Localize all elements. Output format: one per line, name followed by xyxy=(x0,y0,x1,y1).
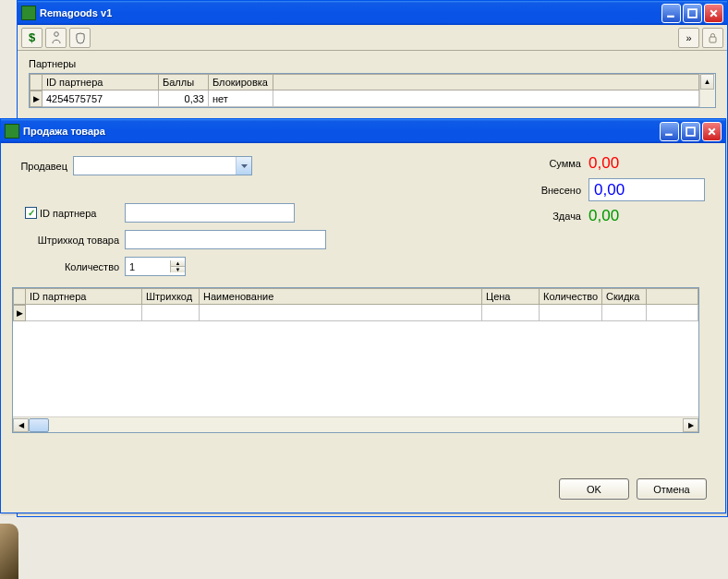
dollar-icon: $ xyxy=(29,30,35,44)
toolbar-more-button[interactable]: » xyxy=(678,28,699,48)
person-icon xyxy=(51,31,62,44)
qty-value: 1 xyxy=(126,261,170,272)
barcode-input[interactable] xyxy=(125,230,326,249)
sum-label: Сумма xyxy=(549,158,581,169)
paid-input[interactable] xyxy=(588,178,705,201)
svg-rect-4 xyxy=(665,133,673,135)
cell-points: 0,33 xyxy=(159,90,209,107)
lock-icon xyxy=(708,32,718,43)
chevron-down-icon[interactable] xyxy=(236,157,251,175)
svg-point-2 xyxy=(54,31,58,36)
background-decor xyxy=(0,524,18,579)
toolbar-dollar-button[interactable]: $ xyxy=(21,28,42,48)
summary-panel: Сумма 0,00 Внесено Здача 0,00 xyxy=(541,154,705,231)
dialog-maximize-button[interactable] xyxy=(681,122,700,141)
seller-combo[interactable] xyxy=(73,156,252,175)
chevron-right-icon: » xyxy=(686,32,691,43)
cell-spacer xyxy=(273,90,699,107)
barcode-label: Штрихкод товара xyxy=(12,235,119,246)
col-items-name[interactable]: Наименование xyxy=(200,288,482,305)
items-grid[interactable]: ID партнера Штрихкод Наименование Цена К… xyxy=(12,287,699,433)
cell-id: 4254575757 xyxy=(42,90,159,107)
dialog-body: Сумма 0,00 Внесено Здача 0,00 Продавец ✓ xyxy=(1,143,725,513)
main-toolbar: $ » xyxy=(18,25,727,51)
cancel-button[interactable]: Отмена xyxy=(637,478,707,500)
partner-id-input[interactable] xyxy=(125,203,295,223)
grid-corner xyxy=(13,288,26,305)
app-icon xyxy=(21,6,36,20)
ok-button[interactable]: OK xyxy=(559,478,629,500)
partner-id-checkbox[interactable]: ✓ xyxy=(25,207,37,219)
col-items-price[interactable]: Цена xyxy=(482,288,540,305)
change-value: 0,00 xyxy=(588,207,705,225)
qty-label: Количество xyxy=(12,261,119,272)
minimize-button[interactable] xyxy=(661,4,681,23)
dialog-icon xyxy=(5,124,19,139)
items-hscrollbar[interactable]: ◀ ▶ xyxy=(13,416,698,432)
sum-value: 0,00 xyxy=(588,154,705,173)
toolbar-jar-button[interactable] xyxy=(69,28,91,48)
col-items-barcode[interactable]: Штрихкод xyxy=(142,288,200,305)
partners-label: Партнеры xyxy=(29,58,716,69)
scroll-right-icon[interactable]: ▶ xyxy=(683,418,698,432)
toolbar-lock-button[interactable] xyxy=(702,28,723,48)
col-points[interactable]: Баллы xyxy=(159,74,209,90)
main-title: Remagoods v1 xyxy=(40,7,661,18)
svg-rect-0 xyxy=(667,15,674,17)
col-items-disc[interactable]: Скидка xyxy=(602,288,647,305)
dialog-title: Продажа товара xyxy=(23,126,660,137)
seller-label: Продавец xyxy=(12,161,67,172)
col-items-spacer xyxy=(647,288,698,305)
jar-icon xyxy=(74,31,87,44)
sale-dialog: Продажа товара Сумма 0,00 Внесено Здача … xyxy=(0,118,726,513)
col-id[interactable]: ID партнера xyxy=(42,74,159,90)
scroll-up-icon[interactable]: ▲ xyxy=(700,74,714,90)
partner-id-label: ID партнера xyxy=(40,208,119,219)
dialog-titlebar[interactable]: Продажа товара xyxy=(1,119,725,143)
cell-block: нет xyxy=(209,90,273,107)
maximize-button[interactable] xyxy=(683,4,702,23)
dialog-minimize-button[interactable] xyxy=(660,122,679,141)
table-row[interactable]: ▶ 4254575757 0,33 нет xyxy=(30,90,699,107)
main-titlebar[interactable]: Remagoods v1 xyxy=(18,1,727,25)
row-indicator-icon: ▶ xyxy=(30,90,42,107)
change-label: Здача xyxy=(552,211,581,222)
partners-grid[interactable]: ID партнера Баллы Блокировка ▶ 425457575… xyxy=(29,73,716,108)
scroll-track[interactable] xyxy=(29,418,683,432)
dialog-close-button[interactable] xyxy=(702,122,722,141)
col-block[interactable]: Блокировка xyxy=(209,74,273,90)
close-button[interactable] xyxy=(704,4,723,23)
svg-rect-5 xyxy=(686,127,695,136)
main-content: Партнеры ID партнера Баллы Блокировка ▶ … xyxy=(18,51,727,115)
scroll-left-icon[interactable]: ◀ xyxy=(13,418,29,432)
svg-rect-1 xyxy=(688,9,697,18)
svg-rect-3 xyxy=(710,37,716,42)
scroll-thumb[interactable] xyxy=(29,418,49,432)
toolbar-person-button[interactable] xyxy=(45,28,67,48)
col-items-id[interactable]: ID партнера xyxy=(26,288,142,305)
col-spacer xyxy=(273,74,699,90)
qty-spinner[interactable]: 1 ▲ ▼ xyxy=(125,257,186,276)
spin-down-icon[interactable]: ▼ xyxy=(170,266,185,272)
col-items-qty[interactable]: Количество xyxy=(540,288,602,305)
row-indicator-icon: ▶ xyxy=(13,305,26,321)
grid-corner xyxy=(30,74,42,90)
paid-label: Внесено xyxy=(541,185,581,196)
table-row[interactable]: ▶ xyxy=(13,305,698,321)
partners-scrollbar[interactable]: ▲ xyxy=(699,74,715,107)
